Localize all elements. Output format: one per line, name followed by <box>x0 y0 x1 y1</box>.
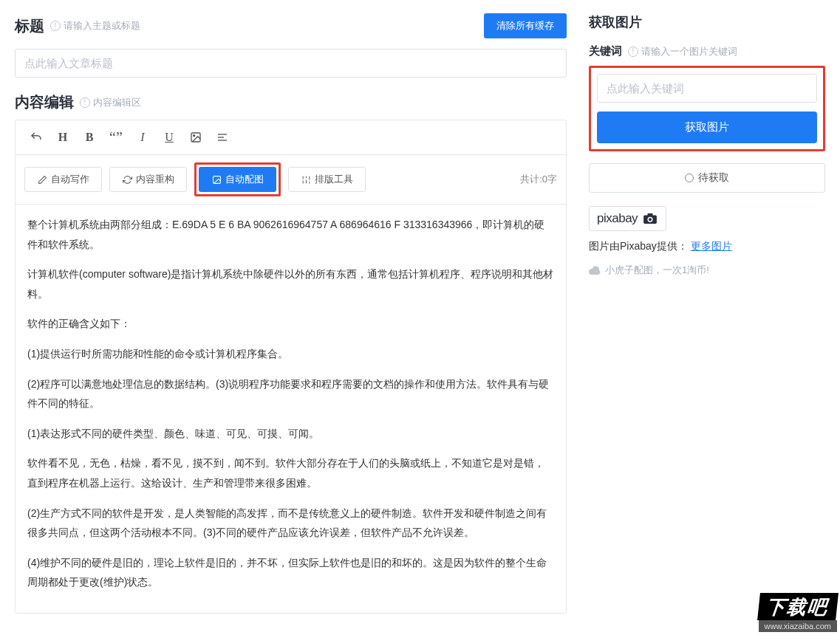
paragraph: 计算机软件(computer software)是指计算机系统中除硬件以外的所有… <box>27 264 554 303</box>
pixabay-badge: pixabay <box>589 206 666 231</box>
footer-note-text: 小虎子配图，一次1淘币! <box>605 264 709 277</box>
info-icon: ! <box>50 21 61 31</box>
fetch-image-title: 获取图片 <box>589 13 825 31</box>
info-icon: ! <box>80 97 90 108</box>
undo-icon[interactable] <box>24 126 48 148</box>
auto-image-button[interactable]: 自动配图 <box>199 167 276 192</box>
main-column: 标题 ! 请输入主题或标题 清除所有缓存 内容编辑 ! 内容编辑区 <box>0 0 581 635</box>
fetch-image-button[interactable]: 获取图片 <box>597 111 817 143</box>
title-hint: ! 请输入主题或标题 <box>50 19 140 32</box>
paragraph: 整个计算机系统由两部分组成：E.69DA 5 E 6 BA 9062616964… <box>27 215 554 254</box>
pixabay-logo-text: pixabay <box>597 211 638 226</box>
svg-rect-13 <box>648 213 653 216</box>
editor-content[interactable]: 整个计算机系统由两部分组成：E.69DA 5 E 6 BA 9062616964… <box>16 205 566 613</box>
italic-icon[interactable]: I <box>131 126 154 148</box>
auto-image-label: 自动配图 <box>225 173 264 186</box>
picture-icon <box>211 174 222 185</box>
image-icon[interactable] <box>184 126 208 148</box>
paragraph: 软件的正确含义如下： <box>27 314 554 334</box>
title-hint-text: 请输入主题或标题 <box>64 19 140 32</box>
editor-hint-text: 内容编辑区 <box>93 96 141 109</box>
underline-icon[interactable]: U <box>157 126 181 148</box>
watermark: 下载吧 www.xiazaiba.com <box>759 593 837 632</box>
refresh-icon <box>122 174 132 185</box>
footer-note: 小虎子配图，一次1淘币! <box>589 264 825 277</box>
editor-label: 内容编辑 <box>15 92 74 112</box>
action-toolbar: 自动写作 内容重构 <box>16 155 566 205</box>
layout-tool-button[interactable]: 排版工具 <box>288 167 366 192</box>
svg-point-15 <box>649 218 652 221</box>
title-label: 标题 <box>15 16 44 36</box>
bold-icon[interactable]: B <box>78 126 101 148</box>
cloud-icon <box>589 266 601 275</box>
fetch-image-label: 获取图片 <box>685 120 729 133</box>
title-section-header: 标题 ! 请输入主题或标题 清除所有缓存 <box>15 13 567 38</box>
attribution: 图片由Pixabay提供： 更多图片 <box>589 240 825 253</box>
camera-icon <box>642 213 658 224</box>
auto-write-label: 自动写作 <box>51 173 89 186</box>
editor-box: H B “” I U <box>15 120 567 614</box>
article-title-input[interactable] <box>15 49 567 78</box>
heading-icon[interactable]: H <box>51 126 75 148</box>
clear-cache-label: 清除所有缓存 <box>496 19 554 32</box>
more-images-link[interactable]: 更多图片 <box>691 240 732 252</box>
highlight-auto-image: 自动配图 <box>194 162 281 196</box>
keyword-label: 关键词 <box>589 44 622 58</box>
paragraph: (1)表达形式不同的硬件类型、颜色、味道、可见、可摸、可闻。 <box>27 424 554 444</box>
watermark-text: 下载吧 <box>757 593 839 620</box>
svg-point-1 <box>194 135 195 137</box>
pending-label: 待获取 <box>698 171 729 185</box>
clear-cache-button[interactable]: 清除所有缓存 <box>484 13 567 38</box>
word-count: 共计:0字 <box>520 173 557 186</box>
paragraph: (4)维护不同的硬件是旧的，理论上软件是旧的，并不坏，但实际上软件也是旧的和坏的… <box>27 553 554 592</box>
keyword-hint-text: 请输入一个图片关键词 <box>641 45 737 58</box>
keyword-hint: ! 请输入一个图片关键词 <box>628 45 737 58</box>
format-toolbar: H B “” I U <box>16 120 566 155</box>
align-icon[interactable] <box>211 126 234 148</box>
keyword-label-row: 关键词 ! 请输入一个图片关键词 <box>589 44 825 58</box>
sidebar: 获取图片 关键词 ! 请输入一个图片关键词 获取图片 待获取 pixabay <box>581 0 840 635</box>
paragraph: (2)生产方式不同的软件是开发，是人类智能的高发挥，而不是传统意义上的硬件制造。… <box>27 504 554 543</box>
editor-hint: ! 内容编辑区 <box>80 96 141 109</box>
circle-icon <box>685 174 694 182</box>
paragraph: (2)程序可以满意地处理信息的数据结构。(3)说明程序功能要求和程序需要的文档的… <box>27 374 554 413</box>
watermark-url: www.xiazaiba.com <box>759 620 837 632</box>
editor-section: 内容编辑 ! 内容编辑区 H B “” I U <box>15 92 567 614</box>
auto-write-button[interactable]: 自动写作 <box>24 167 102 192</box>
paragraph: 软件看不见，无色，枯燥，看不见，摸不到，闻不到。软件大部分存在于人们的头脑或纸上… <box>27 453 554 492</box>
pencil-icon <box>37 174 47 185</box>
attribution-prefix: 图片由Pixabay提供： <box>589 240 688 252</box>
keyword-input[interactable] <box>597 74 817 103</box>
paragraph: (1)提供运行时所需功能和性能的命令或计算机程序集合。 <box>27 344 554 364</box>
pending-button[interactable]: 待获取 <box>589 163 825 193</box>
sliders-icon <box>301 174 311 185</box>
restructure-button[interactable]: 内容重构 <box>109 167 187 192</box>
info-icon: ! <box>628 47 638 57</box>
restructure-label: 内容重构 <box>136 173 174 186</box>
layout-tool-label: 排版工具 <box>315 173 353 186</box>
highlight-keyword-box: 获取图片 <box>589 66 825 151</box>
quote-icon[interactable]: “” <box>104 126 128 148</box>
